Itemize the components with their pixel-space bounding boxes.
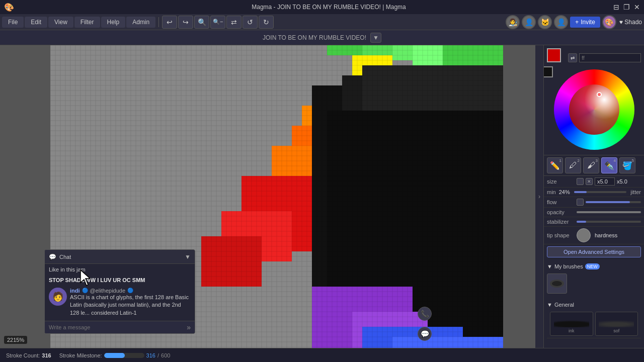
brush-tool-5[interactable]: 🪣5 bbox=[619, 157, 635, 173]
announce-dropdown[interactable]: ▼ bbox=[370, 33, 381, 43]
zoom-indicator: 2215% bbox=[4, 336, 27, 344]
brush-preview-ink[interactable]: ink bbox=[550, 312, 593, 336]
progress-bar bbox=[104, 353, 144, 358]
chat-user-content: indi 🔵 @elithepidude 🔵 ASCII is a chart … bbox=[70, 288, 191, 317]
main-area: 💬 Chat ▼ Like in this jam STOP SHADOWW I… bbox=[0, 45, 644, 348]
current-user-name: ♥ Shado bbox=[619, 19, 642, 26]
window-title: Magma - JOIN TO BE ON MY RUMBLE VIDEO! |… bbox=[44, 4, 613, 11]
color-picker-area: ⇄ bbox=[544, 45, 644, 155]
my-brush-1[interactable] bbox=[547, 274, 567, 294]
color-wheel-inner bbox=[569, 84, 619, 135]
brush-tool-4[interactable]: ✒️4 bbox=[601, 157, 617, 173]
flow-check[interactable] bbox=[577, 199, 584, 206]
stabilizer-row: stabilizer bbox=[544, 217, 644, 227]
brush-tool-2[interactable]: 🖊2 bbox=[565, 157, 581, 173]
min-slider[interactable] bbox=[574, 191, 626, 193]
size-lock-check[interactable] bbox=[577, 178, 584, 185]
undo-button[interactable]: ↩ bbox=[162, 16, 177, 29]
rotate-cw-button[interactable]: ↻ bbox=[259, 16, 274, 29]
size-input[interactable] bbox=[595, 177, 615, 186]
size-x-button[interactable]: ✕ bbox=[586, 178, 593, 185]
chat-input-area: » bbox=[45, 321, 195, 333]
users-bar: 👩‍🎨 👤 🐱 👤 + Invite 🎨 ♥ Shado bbox=[506, 15, 642, 29]
chat-input-field[interactable] bbox=[49, 324, 187, 330]
flow-slider[interactable] bbox=[586, 201, 641, 203]
general-header[interactable]: ▼ General bbox=[547, 300, 641, 310]
brush-stroke-soft bbox=[599, 317, 634, 327]
titlebar: 🎨 Magma - JOIN TO BE ON MY RUMBLE VIDEO!… bbox=[0, 0, 644, 14]
brush-tool-1[interactable]: ✏️1 bbox=[547, 157, 563, 173]
primary-color-swatch[interactable] bbox=[547, 48, 561, 62]
color-indicator bbox=[597, 92, 602, 97]
brushes-section: ▼ My brushes NEW bbox=[544, 259, 644, 298]
color-wheel[interactable] bbox=[554, 69, 634, 150]
invite-icon: + bbox=[575, 19, 579, 26]
color-swap-button[interactable]: ⇄ bbox=[568, 53, 577, 62]
chat-messages: Like in this jam STOP SHADOWW I LUV UR O… bbox=[45, 264, 195, 321]
panel-collapse-button[interactable]: › bbox=[535, 45, 543, 348]
redo-button[interactable]: ↪ bbox=[178, 16, 193, 29]
brush-tools: ✏️1 🖊2 🖌3 ✒️4 🪣5 bbox=[544, 155, 644, 176]
brush-preview-row: ink sof bbox=[547, 310, 641, 338]
avatar-4[interactable]: 👤 bbox=[554, 15, 568, 29]
avatar-3[interactable]: 🐱 bbox=[538, 15, 552, 29]
separator bbox=[158, 17, 159, 27]
tip-shape-selector[interactable] bbox=[577, 228, 591, 242]
rotate-ccw-button[interactable]: ↺ bbox=[243, 16, 258, 29]
zoom-out-button[interactable]: 🔍− bbox=[210, 16, 225, 29]
chat-panel: 💬 Chat ▼ Like in this jam STOP SHADOWW I… bbox=[44, 249, 195, 334]
phone-button[interactable]: 📞 bbox=[418, 307, 432, 321]
size-row: size ✕ x5.0 bbox=[544, 176, 644, 188]
current-user-avatar[interactable]: 🎨 bbox=[602, 15, 616, 29]
brush-stroke-ink bbox=[554, 317, 589, 327]
stroke-count: Stroke Count: 316 bbox=[6, 352, 51, 358]
announce-text: JOIN TO BE ON MY RUMBLE VIDEO! bbox=[263, 34, 366, 41]
chat-message-1: Like in this jam bbox=[49, 266, 191, 274]
window-controls[interactable]: ⊟ ❐ ✕ bbox=[613, 3, 640, 11]
close-icon[interactable]: ✕ bbox=[634, 3, 640, 11]
view-menu[interactable]: View bbox=[48, 17, 73, 28]
stabilizer-slider[interactable] bbox=[577, 221, 641, 223]
file-menu[interactable]: File bbox=[2, 17, 24, 28]
admin-menu[interactable]: Admin bbox=[126, 17, 155, 28]
opacity-row: opacity bbox=[544, 208, 644, 217]
help-menu[interactable]: Help bbox=[101, 17, 126, 28]
chat-user-row: 🧑 indi 🔵 @elithepidude 🔵 ASCII is a char… bbox=[49, 288, 191, 317]
chat-user-avatar: 🧑 bbox=[49, 288, 67, 306]
secondary-color-swatch[interactable] bbox=[543, 66, 553, 77]
filter-menu[interactable]: Filter bbox=[74, 17, 100, 28]
general-section: ▼ General ink sof bbox=[544, 298, 644, 340]
tip-shape-row: tip shape hardness bbox=[544, 227, 644, 244]
menubar: File Edit View Filter Help Admin ↩ ↪ 🔍 🔍… bbox=[0, 14, 644, 30]
brush-tool-3[interactable]: 🖌3 bbox=[583, 157, 599, 173]
chat-message-2: STOP SHADOWW I LUV UR OC SMM bbox=[49, 277, 191, 284]
announcebar: JOIN TO BE ON MY RUMBLE VIDEO! ▼ bbox=[0, 30, 644, 45]
statusbar: Stroke Count: 316 Stroke Milestone: 316 … bbox=[0, 348, 644, 362]
avatar-2[interactable]: 👤 bbox=[522, 15, 536, 29]
chat-expand-button[interactable]: » bbox=[187, 323, 191, 331]
flip-button[interactable]: ⇄ bbox=[226, 16, 242, 29]
advanced-settings-button[interactable]: Open Advanced Settings bbox=[547, 246, 641, 257]
stroke-milestone: Stroke Milestone: 316 / 600 bbox=[59, 352, 171, 358]
my-brushes-header[interactable]: ▼ My brushes NEW bbox=[547, 261, 641, 272]
canvas-area[interactable]: 💬 Chat ▼ Like in this jam STOP SHADOWW I… bbox=[0, 45, 535, 348]
minimize-icon[interactable]: ⊟ bbox=[613, 3, 619, 11]
chat-collapse-button[interactable]: ▼ bbox=[185, 253, 191, 260]
invite-button[interactable]: + Invite bbox=[570, 17, 600, 28]
chat-header: 💬 Chat ▼ bbox=[45, 250, 195, 264]
avatar-1[interactable]: 👩‍🎨 bbox=[506, 15, 520, 29]
maximize-icon[interactable]: ❐ bbox=[623, 3, 630, 11]
color-swatches: ⇄ bbox=[547, 48, 641, 67]
edit-menu[interactable]: Edit bbox=[25, 17, 47, 28]
min-jitter-row: min 24% jitter bbox=[544, 188, 644, 197]
hex-color-input[interactable] bbox=[579, 53, 641, 62]
svg-point-27 bbox=[552, 281, 562, 286]
zoom-in-button[interactable]: 🔍 bbox=[194, 16, 209, 29]
right-panel: ⇄ ✏️1 🖊2 🖌3 ✒️4 🪣5 bbox=[543, 45, 644, 348]
opacity-slider[interactable] bbox=[577, 211, 641, 213]
progress-bar-fill bbox=[104, 353, 125, 358]
my-brushes-grid bbox=[547, 274, 641, 294]
chat-icon: 💬 bbox=[49, 253, 56, 260]
brush-preview-soft[interactable]: sof bbox=[595, 312, 638, 336]
chat-bubble-button[interactable]: 💬 bbox=[418, 327, 432, 341]
